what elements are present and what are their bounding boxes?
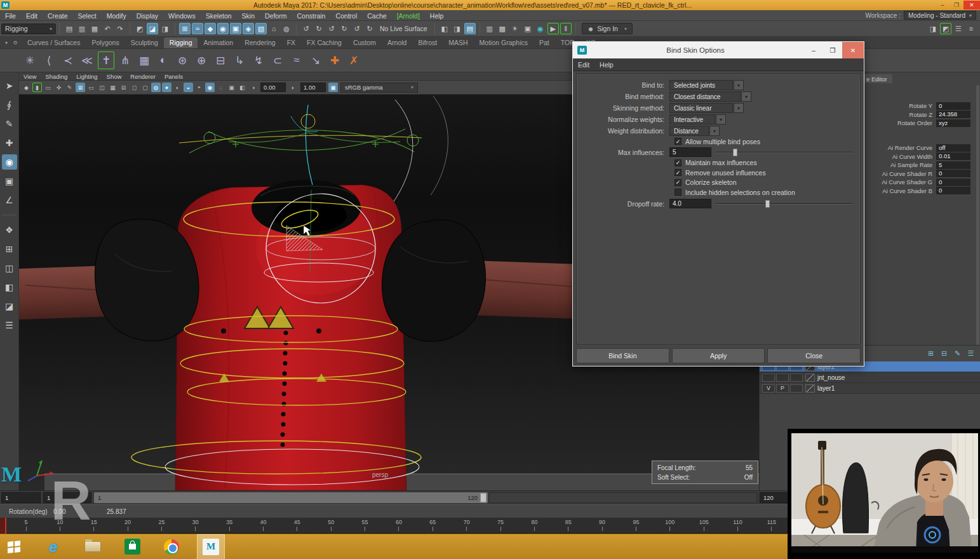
file-explorer-icon[interactable] bbox=[79, 534, 107, 559]
dialog-close-button[interactable]: ✕ bbox=[842, 42, 864, 58]
channel-attribute-value[interactable]: 0.01 bbox=[936, 152, 970, 160]
dialog-menu-item[interactable]: Help bbox=[594, 61, 619, 69]
tool-settings-toggle-icon[interactable]: ◩ bbox=[940, 23, 951, 34]
split-pane-layout-icon[interactable]: ◪ bbox=[2, 299, 17, 314]
channel-attribute-value[interactable]: 24.358 bbox=[936, 111, 970, 118]
geodesic-voxel-bind-icon[interactable]: ⊛ bbox=[174, 51, 191, 69]
viewport-shaded-icon[interactable]: ● bbox=[162, 83, 171, 92]
shelf-tab[interactable]: Curves / Surfaces bbox=[22, 37, 86, 48]
detach-skin-icon[interactable]: ⊟ bbox=[212, 51, 229, 69]
redo-icon[interactable]: ↷ bbox=[114, 23, 126, 34]
channel-attribute-value[interactable]: 0 bbox=[936, 187, 970, 194]
close-dialog-button[interactable]: Close bbox=[767, 348, 861, 363]
panel-menu-item[interactable]: Renderer bbox=[126, 73, 160, 80]
viewport-isolate-icon[interactable]: ▣ bbox=[227, 83, 236, 92]
quick-rig-icon[interactable]: ◐ bbox=[155, 51, 171, 69]
shelf-tab[interactable]: Polygons bbox=[86, 37, 124, 48]
shelf-tab[interactable]: FX Caching bbox=[301, 37, 347, 48]
scale-tool-icon[interactable]: ▣ bbox=[2, 173, 17, 189]
viewport-safe-title-icon[interactable]: ▢ bbox=[140, 83, 150, 92]
skeleton-icon[interactable]: ⋔ bbox=[117, 51, 133, 69]
joint-tool-icon[interactable]: ✳ bbox=[22, 51, 38, 69]
dropoff-rate-slider[interactable] bbox=[716, 199, 852, 208]
remove-unused-influences-checkbox[interactable] bbox=[675, 169, 681, 176]
slider-handle[interactable] bbox=[765, 200, 770, 208]
chevron-down-icon[interactable]: ▼ bbox=[741, 91, 751, 102]
chevron-down-icon[interactable]: ▼ bbox=[734, 80, 744, 90]
maya-taskbar-icon[interactable]: M bbox=[197, 534, 225, 559]
animation-end-field[interactable]: 120 bbox=[760, 492, 789, 503]
paint-skin-weights-icon[interactable]: ↳ bbox=[231, 51, 248, 69]
menu-item[interactable]: Deform bbox=[260, 12, 292, 20]
lattice-icon[interactable]: ⊕ bbox=[193, 51, 210, 69]
menu-item[interactable]: Skin bbox=[237, 12, 260, 20]
normalize-weights-dropdown[interactable]: Interactive bbox=[669, 114, 715, 125]
viewport-image-plane-icon[interactable]: ▭ bbox=[43, 83, 53, 92]
menu-item[interactable]: [Arnold] bbox=[392, 12, 425, 20]
shelf-tab[interactable]: Custom bbox=[347, 37, 382, 48]
viewport-gate-mask-icon[interactable]: ▦ bbox=[108, 83, 117, 92]
menu-item[interactable]: Windows bbox=[163, 12, 201, 20]
layer-playback-toggle[interactable]: P bbox=[776, 384, 789, 393]
rotate-tool-icon[interactable]: ◉ bbox=[2, 154, 17, 170]
move-tool-icon[interactable]: ✚ bbox=[2, 135, 17, 151]
range-slider-handle[interactable] bbox=[480, 493, 487, 502]
menu-item[interactable]: Control bbox=[330, 12, 362, 20]
gamma-field[interactable]: 1.00 bbox=[300, 83, 326, 92]
bind-skin-button[interactable]: Bind Skin bbox=[576, 348, 669, 363]
outliner-pane-layout-icon[interactable]: ◧ bbox=[2, 280, 17, 295]
range-slider-track[interactable] bbox=[489, 492, 757, 503]
viewport-2d-pan-icon[interactable]: ✜ bbox=[54, 83, 64, 92]
dropoff-rate-field[interactable]: 4.0 bbox=[669, 199, 711, 208]
maintain-max-influences-checkbox[interactable] bbox=[675, 159, 681, 166]
channel-attribute-value[interactable]: 0 bbox=[936, 170, 970, 177]
channel-attribute-value[interactable]: 0 bbox=[936, 102, 970, 110]
shelf-tab[interactable]: Arnold bbox=[382, 37, 412, 48]
insert-joint-icon[interactable]: ≪ bbox=[79, 51, 95, 69]
channel-attribute-value[interactable]: 5 bbox=[936, 161, 970, 169]
ik-handle-icon[interactable]: ⟨ bbox=[41, 51, 57, 69]
shelf-tab[interactable]: Sculpting bbox=[125, 37, 164, 48]
minimize-button[interactable]: – bbox=[936, 1, 950, 10]
soft-modification-icon[interactable]: ∠ bbox=[2, 192, 17, 208]
snap-point-icon[interactable]: ◆ bbox=[205, 23, 216, 34]
channel-attribute-value[interactable]: xyz bbox=[936, 119, 970, 127]
viewport-textured-icon[interactable]: ◐ bbox=[173, 83, 182, 92]
viewport-film-gate-icon[interactable]: ▭ bbox=[86, 83, 96, 92]
weight-distribution-dropdown[interactable]: Distance bbox=[669, 126, 709, 136]
dialog-titlebar[interactable]: M Bind Skin Options – ❐ ✕ bbox=[573, 42, 864, 58]
viewport-bookmark-icon[interactable]: ▮ bbox=[32, 83, 42, 92]
skinning-method-dropdown[interactable]: Classic linear bbox=[669, 103, 733, 113]
layer-new-icon[interactable]: ⊞ bbox=[925, 348, 937, 360]
menu-item[interactable]: Cache bbox=[362, 12, 391, 20]
apply-button[interactable]: Apply bbox=[672, 348, 765, 363]
arnold-renderview-icon[interactable]: ◉ bbox=[535, 23, 546, 34]
playback-start-field[interactable]: 1 bbox=[1, 492, 41, 503]
ipr-render-icon[interactable]: ‖ bbox=[560, 23, 572, 34]
cycle-check-icon[interactable]: ↺ bbox=[326, 23, 337, 34]
gamma-icon[interactable]: ◐ bbox=[288, 83, 298, 92]
select-tool-icon[interactable]: ➤ bbox=[2, 78, 17, 93]
lock-selection-icon[interactable]: ⌂ bbox=[268, 23, 279, 34]
internet-explorer-icon[interactable]: e bbox=[39, 534, 67, 559]
channel-box-toggle-icon[interactable]: ☰ bbox=[953, 23, 964, 34]
max-influences-slider[interactable] bbox=[716, 148, 852, 157]
new-scene-icon[interactable]: ▤ bbox=[64, 23, 75, 34]
layer-visibility-toggle[interactable]: V bbox=[762, 384, 775, 393]
viewport-field-chart-icon[interactable]: ⊟ bbox=[119, 83, 128, 92]
save-scene-icon[interactable]: ▦ bbox=[89, 23, 100, 34]
color-management-icon[interactable]: ▣ bbox=[328, 83, 338, 92]
hypershade-icon[interactable]: ▩ bbox=[497, 23, 508, 34]
maximize-button[interactable]: ❐ bbox=[950, 1, 963, 10]
humanik-icon[interactable]: ✝ bbox=[98, 51, 114, 69]
panel-menu-item[interactable]: Lighting bbox=[72, 73, 102, 80]
snap-magnet-icon[interactable]: ▧ bbox=[255, 23, 267, 34]
attribute-editor-tab[interactable]: e Editor bbox=[861, 74, 892, 83]
layer-name[interactable]: jnt_nouse bbox=[817, 374, 845, 381]
colorize-skeleton-checkbox[interactable] bbox=[675, 179, 681, 186]
shelf-tab[interactable]: Rigging bbox=[164, 37, 198, 48]
bind-method-dropdown[interactable]: Closest distance bbox=[669, 91, 741, 102]
menu-item[interactable]: Select bbox=[73, 12, 102, 20]
orient-constraint-icon[interactable]: ✗ bbox=[346, 51, 362, 69]
channel-attribute-value[interactable]: off bbox=[936, 144, 970, 152]
